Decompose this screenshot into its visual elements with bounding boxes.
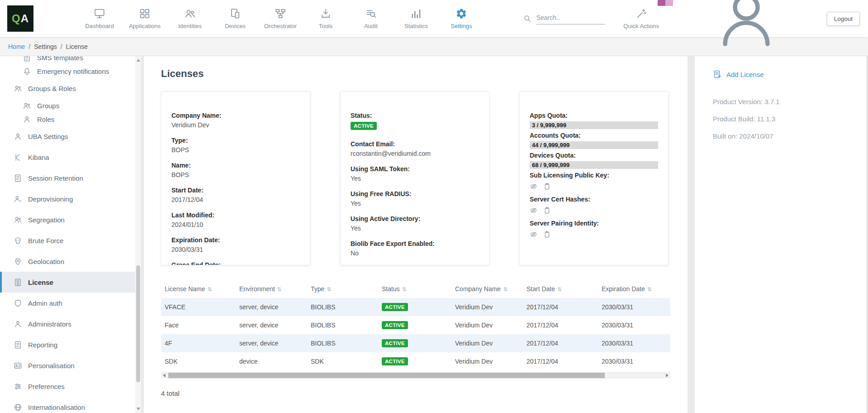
licenses-table: License Name⇅ Environment⇅ Type⇅ Status⇅… bbox=[161, 280, 670, 370]
sidebar-item-label: Groups & Roles bbox=[28, 85, 76, 92]
scroll-up-arrow-icon[interactable] bbox=[137, 59, 140, 62]
apps-quota: Apps Quota: 3 / 9,999,999 bbox=[530, 112, 658, 129]
copy-clipboard-icon[interactable] bbox=[543, 206, 551, 214]
nav-item-dashboard[interactable]: Dashboard bbox=[77, 8, 122, 29]
page-title: Licenses bbox=[161, 68, 670, 80]
nav-label: Tools bbox=[319, 23, 332, 29]
search-input[interactable] bbox=[536, 13, 605, 24]
server-pairing-identity: Server Pairing Identity: bbox=[530, 220, 658, 238]
theme-swatch-primary[interactable] bbox=[658, 0, 665, 6]
sidebar-item-admin-auth[interactable]: Admin auth bbox=[0, 293, 141, 313]
cell-start-date: 2017/12/04 bbox=[523, 334, 598, 352]
sidebar-item-segregation[interactable]: Segregation bbox=[0, 209, 141, 230]
geolocation-icon bbox=[14, 257, 22, 266]
search-icon[interactable] bbox=[523, 14, 532, 23]
sidebar-scrollbar[interactable] bbox=[135, 56, 141, 413]
sidebar-item-sms-templates[interactable]: SMS templates bbox=[0, 56, 141, 64]
reveal-eye-icon[interactable] bbox=[530, 206, 537, 214]
sort-icon[interactable]: ⇅ bbox=[557, 286, 562, 293]
sort-icon[interactable]: ⇅ bbox=[402, 286, 407, 293]
sidebar-item-roles[interactable]: Roles bbox=[0, 112, 141, 126]
sidebar-item-label: Groups bbox=[37, 102, 59, 110]
cell-start-date: 2017/12/04 bbox=[523, 298, 598, 316]
brute-force-icon bbox=[14, 236, 22, 245]
sort-icon[interactable]: ⇅ bbox=[647, 286, 652, 293]
sidebar-item-geolocation[interactable]: Geolocation bbox=[0, 251, 141, 272]
column-header-expiration-date[interactable]: Expiration Date⇅ bbox=[598, 280, 670, 298]
sidebar-item-reporting[interactable]: Reporting bbox=[0, 334, 141, 355]
sidebar-item-deprovisioning[interactable]: Deprovisioning bbox=[0, 188, 141, 209]
theme-swatch-secondary[interactable] bbox=[665, 0, 673, 6]
table-row[interactable]: Face server, device BIOLIBS ACTIVE Verid… bbox=[161, 316, 670, 334]
sort-icon[interactable]: ⇅ bbox=[277, 286, 282, 293]
nav-item-identities[interactable]: Identities bbox=[167, 8, 213, 29]
internationalisation-icon bbox=[14, 403, 22, 412]
table-row[interactable]: SDK device SDK ACTIVE Veridium Dev 2017/… bbox=[161, 352, 670, 370]
scroll-right-arrow-icon[interactable] bbox=[666, 374, 669, 377]
breadcrumb-separator: / bbox=[61, 43, 62, 50]
sidebar-item-uba-settings[interactable]: UBA Settings bbox=[0, 126, 141, 147]
nav-item-audit[interactable]: Audit bbox=[348, 8, 394, 29]
sidebar-item-license[interactable]: License bbox=[0, 272, 141, 293]
sidebar-item-administrators[interactable]: Administrators bbox=[0, 313, 141, 334]
cell-license-name: VFACE bbox=[161, 298, 236, 316]
horizontal-scrollbar-thumb[interactable] bbox=[168, 373, 605, 378]
quick-actions-button[interactable]: Quick Actions bbox=[619, 8, 664, 29]
column-header-start-date[interactable]: Start Date⇅ bbox=[523, 280, 598, 298]
table-row[interactable]: 4F server, device BIOLIBS ACTIVE Veridiu… bbox=[161, 334, 670, 352]
sort-icon[interactable]: ⇅ bbox=[503, 286, 508, 293]
user-avatar-icon[interactable] bbox=[678, 0, 814, 53]
column-header-status[interactable]: Status⇅ bbox=[378, 280, 451, 298]
logout-button[interactable]: Logout bbox=[827, 12, 860, 26]
sidebar-item-groups-and-roles[interactable]: Groups & Roles bbox=[0, 78, 141, 99]
sidebar-item-emergency-notifications[interactable]: Emergency notifications bbox=[0, 64, 141, 78]
column-header-company-name[interactable]: Company Name⇅ bbox=[451, 280, 523, 298]
nav-item-orchestrator[interactable]: Orchestrator bbox=[258, 8, 303, 29]
sidebar-item-brute-force[interactable]: Brute Force bbox=[0, 230, 141, 251]
cell-company-name: Veridium Dev bbox=[451, 334, 523, 352]
sidebar-item-personalisation[interactable]: Personalisation bbox=[0, 355, 141, 376]
cell-start-date: 2017/12/04 bbox=[523, 316, 598, 334]
nav-item-devices[interactable]: Devices bbox=[213, 8, 258, 29]
sidebar-scrollbar-thumb[interactable] bbox=[136, 265, 140, 382]
sort-icon[interactable]: ⇅ bbox=[327, 286, 331, 293]
cell-type: SDK bbox=[307, 352, 378, 370]
sidebar-item-groups[interactable]: Groups bbox=[0, 99, 141, 112]
apps-quota-bar: 3 / 9,999,999 bbox=[530, 121, 658, 129]
column-header-license-name[interactable]: License Name⇅ bbox=[161, 280, 236, 298]
nav-item-settings[interactable]: Settings bbox=[439, 8, 484, 29]
theme-color-swatches[interactable] bbox=[658, 0, 673, 6]
copy-clipboard-icon[interactable] bbox=[543, 231, 551, 238]
sort-icon[interactable]: ⇅ bbox=[208, 286, 212, 293]
cell-status: ACTIVE bbox=[378, 316, 451, 334]
app-logo[interactable]: QA bbox=[7, 5, 33, 32]
status-badge: ACTIVE bbox=[382, 303, 408, 311]
status-field: Status: ACTIVE bbox=[351, 112, 479, 138]
reveal-eye-icon[interactable] bbox=[530, 182, 537, 190]
nav-item-tools[interactable]: Tools bbox=[303, 8, 348, 29]
sidebar-item-session-retention[interactable]: Session Retention bbox=[0, 168, 141, 188]
column-header-environment[interactable]: Environment⇅ bbox=[236, 280, 307, 298]
add-license-button[interactable]: Add License bbox=[713, 70, 857, 79]
cell-type: BIOLIBS bbox=[307, 298, 378, 316]
table-horizontal-scrollbar[interactable] bbox=[161, 372, 670, 379]
status-badge: ACTIVE bbox=[382, 321, 408, 329]
scroll-left-arrow-icon[interactable] bbox=[163, 374, 166, 377]
segregation-icon bbox=[14, 216, 22, 224]
sidebar-item-internationalisation[interactable]: Internationalisation bbox=[0, 397, 141, 413]
column-header-type[interactable]: Type⇅ bbox=[307, 280, 378, 298]
reveal-eye-icon[interactable] bbox=[530, 231, 537, 238]
copy-clipboard-icon[interactable] bbox=[543, 182, 551, 190]
breadcrumb-home[interactable]: Home bbox=[8, 43, 25, 50]
nav-item-statistics[interactable]: Statistics bbox=[394, 8, 439, 29]
nav-label: Dashboard bbox=[85, 23, 114, 29]
scroll-down-arrow-icon[interactable] bbox=[137, 408, 140, 410]
table-row[interactable]: VFACE server, device BIOLIBS ACTIVE Veri… bbox=[161, 298, 670, 316]
cell-status: ACTIVE bbox=[378, 298, 451, 316]
breadcrumb-settings[interactable]: Settings bbox=[34, 43, 57, 50]
cell-status: ACTIVE bbox=[378, 334, 451, 352]
nav-item-applications[interactable]: Applications bbox=[122, 8, 167, 29]
sidebar-item-kibana[interactable]: Kibana bbox=[0, 147, 141, 168]
sidebar-item-label: Kibana bbox=[28, 154, 49, 161]
sidebar-item-preferences[interactable]: Preferences bbox=[0, 376, 141, 397]
